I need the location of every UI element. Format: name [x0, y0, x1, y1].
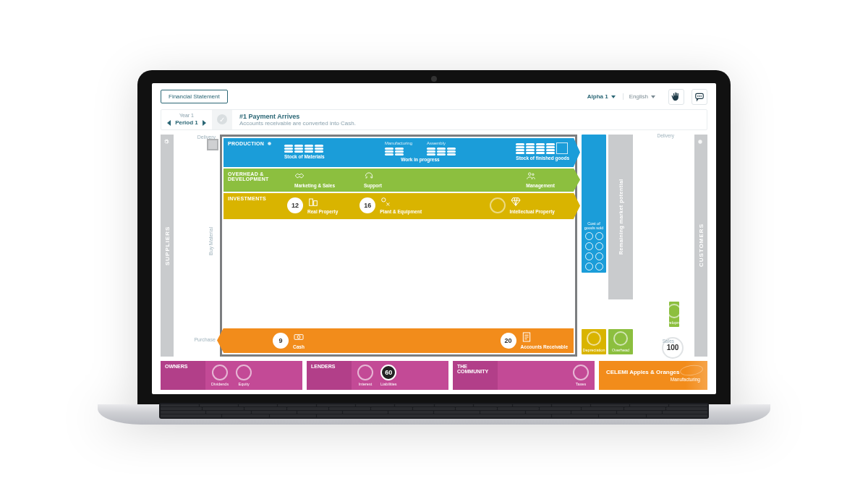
svg-point-1: [697, 95, 698, 96]
delivery-out-label: Delivery: [658, 133, 674, 138]
cash-row[interactable]: 9 Cash 20 Accounts Receivable: [224, 328, 574, 353]
liabilities-label: Liabilities: [380, 382, 397, 386]
svg-point-6: [532, 174, 534, 175]
finished-goods-slot[interactable]: [556, 142, 568, 154]
step-bar: Year 1 Period 1 ✓ #1 Payment Arrives Acc…: [161, 109, 707, 130]
svg-point-9: [382, 198, 386, 202]
svg-point-5: [529, 172, 532, 175]
stakeholders-row: OWNERS Dividends Equity LENDERS Interest…: [161, 361, 707, 390]
overhead-title: OVERHEAD & DEVELOPMENT: [228, 171, 276, 182]
development-card[interactable]: Development: [669, 302, 679, 327]
laptop-keyboard: [159, 403, 709, 419]
suppliers-rail: SUPPLIERS: [161, 135, 174, 357]
real-property-value: 12: [287, 197, 303, 213]
cash-cell[interactable]: 9 Cash: [273, 331, 305, 349]
sales-label: Sales: [663, 338, 674, 344]
people-icon: [526, 171, 536, 182]
balance-sheet-frame: PRODUCTION: [220, 135, 577, 357]
owners-card[interactable]: OWNERS Dividends Equity: [161, 361, 302, 390]
headset-icon: [364, 171, 374, 182]
svg-rect-8: [314, 201, 318, 206]
wip-assembly[interactable]: [427, 147, 456, 156]
step-status: ✓: [212, 110, 232, 129]
cogs-coins: [585, 232, 603, 271]
lenders-title: LENDERS: [311, 364, 335, 369]
gear-icon[interactable]: [164, 139, 171, 145]
prev-period-button[interactable]: [167, 120, 171, 126]
cog-wrench-icon: [380, 196, 422, 208]
management-label: Management: [526, 183, 555, 188]
production-block[interactable]: PRODUCTION: [224, 138, 574, 167]
gear-icon[interactable]: [267, 141, 272, 147]
community-title: THE COMMUNITY: [457, 364, 493, 374]
gear-icon[interactable]: [698, 139, 705, 145]
chevron-down-icon: [651, 95, 655, 98]
real-property-cell[interactable]: 12 Real Property: [287, 196, 338, 214]
right-panel: Delivery Cost of goods sold Remaining ma…: [582, 135, 690, 357]
wip-label: Work in progress: [401, 157, 439, 162]
left-flow-labels: Delivery Buy Material Purchase: [178, 135, 216, 357]
equity-label: Equity: [239, 382, 250, 386]
language-selector[interactable]: English: [623, 93, 661, 100]
svg-point-11: [297, 336, 300, 338]
lenders-card[interactable]: LENDERS Interest 60Liabilities: [307, 361, 448, 390]
cash-icon: [293, 331, 305, 344]
customers-rail: CUSTOMERS: [694, 135, 707, 357]
wip-manufacturing[interactable]: [385, 147, 404, 156]
team-selector[interactable]: Alpha 1: [587, 93, 616, 100]
depreciation-card[interactable]: Depreciation: [582, 329, 606, 354]
svg-point-17: [699, 140, 702, 143]
dividends-label: Dividends: [211, 382, 229, 386]
buy-material-label: Buy Material: [209, 227, 214, 255]
investments-block[interactable]: INVESTMENTS 12 Real Property 16 Plant & …: [224, 193, 574, 219]
next-period-button[interactable]: [203, 120, 206, 126]
plant-value: 16: [359, 197, 375, 213]
brand-edition: Manufacturing: [671, 377, 700, 382]
app-screen: Financial Statement Alpha 1 English: [152, 83, 716, 394]
svg-point-3: [701, 95, 702, 96]
svg-point-4: [268, 142, 271, 145]
intellectual-property-cell[interactable]: Intellectual Property: [490, 196, 556, 214]
interest-label: Interest: [359, 382, 372, 386]
plant-equipment-cell[interactable]: 16 Plant & Equipment: [359, 196, 422, 214]
cogs-label: Cost of goods sold: [584, 221, 604, 230]
step-title: #1 Payment Arrives: [239, 113, 356, 120]
cogs-card[interactable]: Cost of goods sold: [582, 135, 606, 273]
chevron-down-icon: [611, 95, 616, 98]
marketing-label: Marketing & Sales: [294, 183, 335, 188]
cash-value: 9: [273, 333, 289, 349]
raise-hand-button[interactable]: [668, 89, 684, 105]
diamond-icon: [510, 196, 556, 208]
handshake-icon: [294, 171, 305, 182]
taxes-label: Taxes: [576, 382, 586, 386]
assembly-label: Assembly: [427, 141, 446, 145]
overhead-block[interactable]: OVERHEAD & DEVELOPMENT Marketing & Sales…: [224, 169, 574, 192]
financial-statement-button[interactable]: Financial Statement: [161, 90, 228, 103]
accounts-receivable-cell[interactable]: 20 Accounts Receivable: [501, 331, 568, 349]
game-board: SUPPLIERS Delivery Buy Material Purchase…: [161, 135, 707, 357]
liabilities-value: 60: [380, 365, 396, 380]
team-label: Alpha 1: [587, 93, 608, 100]
investments-title: INVESTMENTS: [228, 196, 266, 201]
community-card[interactable]: THE COMMUNITY Taxes: [453, 361, 595, 390]
check-icon: ✓: [217, 114, 227, 124]
ar-value: 20: [501, 333, 516, 349]
finished-label: Stock of finished goods: [516, 156, 569, 161]
material-input-slot[interactable]: [207, 139, 218, 150]
laptop-mockup: Financial Statement Alpha 1 English: [137, 70, 731, 425]
materials-stock[interactable]: [284, 144, 323, 153]
chat-button[interactable]: [692, 89, 707, 105]
time-navigator: Year 1 Period 1: [161, 110, 212, 129]
svg-rect-7: [310, 199, 313, 205]
brand-badge: CELEMI Apples & Oranges Manufacturing: [599, 361, 707, 390]
owners-title: OWNERS: [165, 364, 188, 369]
materials-label: Stock of Materials: [284, 154, 325, 159]
support-label: Support: [364, 183, 382, 188]
overhead-card[interactable]: Overhead: [608, 329, 633, 354]
finished-goods-stock[interactable]: [516, 142, 568, 154]
invoice-icon: [521, 331, 568, 344]
production-title: PRODUCTION: [228, 141, 264, 146]
building-icon: [307, 196, 338, 208]
market-potential-rail: Remaining market potential: [608, 135, 633, 299]
brand-name: CELEMI Apples & Oranges: [606, 369, 680, 375]
